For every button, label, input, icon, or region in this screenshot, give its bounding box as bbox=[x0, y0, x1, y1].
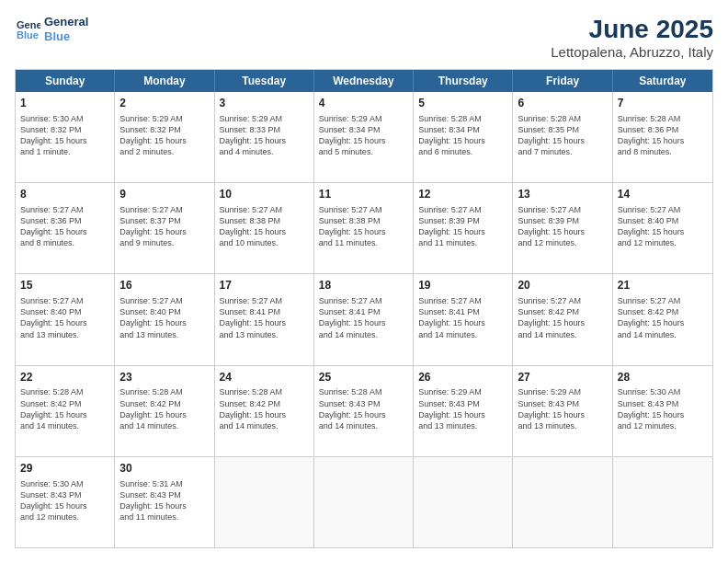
calendar-row-0: 1Sunrise: 5:30 AM Sunset: 8:32 PM Daylig… bbox=[16, 92, 712, 183]
calendar-cell: 7Sunrise: 5:28 AM Sunset: 8:36 PM Daylig… bbox=[613, 92, 712, 182]
day-number: 29 bbox=[20, 461, 109, 477]
day-number: 2 bbox=[119, 96, 209, 111]
day-details: Sunrise: 5:28 AM Sunset: 8:36 PM Dayligh… bbox=[618, 113, 708, 158]
day-number: 9 bbox=[119, 187, 209, 202]
calendar-cell: 2Sunrise: 5:29 AM Sunset: 8:32 PM Daylig… bbox=[115, 92, 214, 182]
day-number: 22 bbox=[20, 370, 109, 385]
day-details: Sunrise: 5:27 AM Sunset: 8:40 PM Dayligh… bbox=[618, 204, 708, 249]
calendar-cell: 18Sunrise: 5:27 AM Sunset: 8:41 PM Dayli… bbox=[314, 274, 414, 364]
calendar-cell bbox=[215, 457, 314, 547]
day-number: 7 bbox=[618, 96, 708, 111]
calendar-cell bbox=[414, 457, 513, 547]
day-details: Sunrise: 5:28 AM Sunset: 8:42 PM Dayligh… bbox=[220, 386, 309, 431]
calendar-cell: 5Sunrise: 5:28 AM Sunset: 8:34 PM Daylig… bbox=[414, 92, 513, 182]
day-number: 4 bbox=[319, 96, 408, 111]
calendar-cell: 29Sunrise: 5:30 AM Sunset: 8:43 PM Dayli… bbox=[16, 457, 115, 547]
day-details: Sunrise: 5:27 AM Sunset: 8:40 PM Dayligh… bbox=[119, 295, 209, 340]
day-details: Sunrise: 5:27 AM Sunset: 8:36 PM Dayligh… bbox=[20, 204, 109, 249]
day-details: Sunrise: 5:29 AM Sunset: 8:43 PM Dayligh… bbox=[518, 386, 607, 431]
day-details: Sunrise: 5:30 AM Sunset: 8:43 PM Dayligh… bbox=[20, 478, 109, 523]
day-number: 16 bbox=[119, 278, 209, 293]
calendar-cell: 10Sunrise: 5:27 AM Sunset: 8:38 PM Dayli… bbox=[215, 183, 314, 273]
day-details: Sunrise: 5:28 AM Sunset: 8:42 PM Dayligh… bbox=[119, 386, 209, 431]
calendar-cell: 4Sunrise: 5:29 AM Sunset: 8:34 PM Daylig… bbox=[314, 92, 414, 182]
day-details: Sunrise: 5:27 AM Sunset: 8:42 PM Dayligh… bbox=[518, 295, 607, 340]
calendar-cell: 13Sunrise: 5:27 AM Sunset: 8:39 PM Dayli… bbox=[513, 183, 612, 273]
page: General Blue General Blue June 2025 Lett… bbox=[0, 0, 728, 563]
day-number: 3 bbox=[220, 96, 309, 111]
day-details: Sunrise: 5:28 AM Sunset: 8:35 PM Dayligh… bbox=[518, 113, 607, 158]
day-number: 23 bbox=[119, 370, 209, 385]
calendar-cell: 9Sunrise: 5:27 AM Sunset: 8:37 PM Daylig… bbox=[115, 183, 214, 273]
day-details: Sunrise: 5:27 AM Sunset: 8:39 PM Dayligh… bbox=[518, 204, 607, 249]
day-details: Sunrise: 5:27 AM Sunset: 8:38 PM Dayligh… bbox=[220, 204, 309, 249]
day-number: 8 bbox=[20, 187, 109, 202]
day-details: Sunrise: 5:27 AM Sunset: 8:39 PM Dayligh… bbox=[418, 204, 507, 249]
title-block: June 2025 Lettopalena, Abruzzo, Italy bbox=[551, 15, 713, 60]
day-number: 17 bbox=[220, 278, 309, 293]
day-number: 30 bbox=[119, 461, 209, 477]
logo-blue: Blue bbox=[44, 29, 88, 44]
calendar-cell: 30Sunrise: 5:31 AM Sunset: 8:43 PM Dayli… bbox=[115, 457, 214, 547]
calendar-cell: 12Sunrise: 5:27 AM Sunset: 8:39 PM Dayli… bbox=[414, 183, 513, 273]
calendar-row-2: 15Sunrise: 5:27 AM Sunset: 8:40 PM Dayli… bbox=[16, 274, 712, 365]
day-details: Sunrise: 5:27 AM Sunset: 8:42 PM Dayligh… bbox=[618, 295, 708, 340]
calendar-cell: 15Sunrise: 5:27 AM Sunset: 8:40 PM Dayli… bbox=[16, 274, 115, 364]
header-thursday: Thursday bbox=[414, 70, 513, 92]
calendar-cell: 8Sunrise: 5:27 AM Sunset: 8:36 PM Daylig… bbox=[16, 183, 115, 273]
calendar-cell: 16Sunrise: 5:27 AM Sunset: 8:40 PM Dayli… bbox=[115, 274, 214, 364]
logo-general: General bbox=[44, 15, 88, 29]
calendar-cell bbox=[314, 457, 414, 547]
day-number: 12 bbox=[418, 187, 507, 202]
calendar-cell: 21Sunrise: 5:27 AM Sunset: 8:42 PM Dayli… bbox=[613, 274, 712, 364]
day-number: 11 bbox=[319, 187, 408, 202]
header-wednesday: Wednesday bbox=[314, 70, 414, 92]
calendar-cell: 19Sunrise: 5:27 AM Sunset: 8:41 PM Dayli… bbox=[414, 274, 513, 364]
day-details: Sunrise: 5:29 AM Sunset: 8:34 PM Dayligh… bbox=[319, 113, 408, 158]
day-details: Sunrise: 5:30 AM Sunset: 8:43 PM Dayligh… bbox=[618, 386, 708, 431]
day-number: 5 bbox=[418, 96, 507, 111]
calendar-cell: 17Sunrise: 5:27 AM Sunset: 8:41 PM Dayli… bbox=[215, 274, 314, 364]
calendar-cell: 14Sunrise: 5:27 AM Sunset: 8:40 PM Dayli… bbox=[613, 183, 712, 273]
calendar-cell: 25Sunrise: 5:28 AM Sunset: 8:43 PM Dayli… bbox=[314, 366, 414, 456]
day-details: Sunrise: 5:29 AM Sunset: 8:43 PM Dayligh… bbox=[418, 386, 507, 431]
day-details: Sunrise: 5:27 AM Sunset: 8:37 PM Dayligh… bbox=[119, 204, 209, 249]
header-sunday: Sunday bbox=[16, 70, 115, 92]
calendar-row-4: 29Sunrise: 5:30 AM Sunset: 8:43 PM Dayli… bbox=[16, 457, 712, 547]
calendar-row-1: 8Sunrise: 5:27 AM Sunset: 8:36 PM Daylig… bbox=[16, 183, 712, 274]
day-details: Sunrise: 5:29 AM Sunset: 8:32 PM Dayligh… bbox=[119, 113, 209, 158]
calendar-subtitle: Lettopalena, Abruzzo, Italy bbox=[551, 44, 713, 60]
calendar-cell: 11Sunrise: 5:27 AM Sunset: 8:38 PM Dayli… bbox=[314, 183, 414, 273]
day-number: 24 bbox=[220, 370, 309, 385]
header-tuesday: Tuesday bbox=[215, 70, 314, 92]
header-friday: Friday bbox=[513, 70, 612, 92]
calendar-header: Sunday Monday Tuesday Wednesday Thursday… bbox=[16, 70, 712, 92]
calendar-cell: 26Sunrise: 5:29 AM Sunset: 8:43 PM Dayli… bbox=[414, 366, 513, 456]
calendar-cell: 22Sunrise: 5:28 AM Sunset: 8:42 PM Dayli… bbox=[16, 366, 115, 456]
day-details: Sunrise: 5:30 AM Sunset: 8:32 PM Dayligh… bbox=[20, 113, 109, 158]
calendar-row-3: 22Sunrise: 5:28 AM Sunset: 8:42 PM Dayli… bbox=[16, 366, 712, 457]
day-number: 19 bbox=[418, 278, 507, 293]
calendar-cell: 24Sunrise: 5:28 AM Sunset: 8:42 PM Dayli… bbox=[215, 366, 314, 456]
day-details: Sunrise: 5:29 AM Sunset: 8:33 PM Dayligh… bbox=[220, 113, 309, 158]
day-number: 25 bbox=[319, 370, 408, 385]
day-details: Sunrise: 5:27 AM Sunset: 8:41 PM Dayligh… bbox=[418, 295, 507, 340]
calendar: Sunday Monday Tuesday Wednesday Thursday… bbox=[15, 69, 713, 548]
day-number: 20 bbox=[518, 278, 607, 293]
day-number: 21 bbox=[618, 278, 708, 293]
day-number: 1 bbox=[20, 96, 109, 111]
calendar-title: June 2025 bbox=[551, 15, 713, 44]
logo: General Blue General Blue bbox=[15, 15, 88, 43]
day-details: Sunrise: 5:27 AM Sunset: 8:38 PM Dayligh… bbox=[319, 204, 408, 249]
day-number: 10 bbox=[220, 187, 309, 202]
calendar-cell: 6Sunrise: 5:28 AM Sunset: 8:35 PM Daylig… bbox=[513, 92, 612, 182]
day-number: 6 bbox=[518, 96, 607, 111]
day-number: 27 bbox=[518, 370, 607, 385]
day-details: Sunrise: 5:27 AM Sunset: 8:41 PM Dayligh… bbox=[319, 295, 408, 340]
calendar-cell: 1Sunrise: 5:30 AM Sunset: 8:32 PM Daylig… bbox=[16, 92, 115, 182]
day-number: 28 bbox=[618, 370, 708, 385]
calendar-cell bbox=[513, 457, 612, 547]
day-details: Sunrise: 5:28 AM Sunset: 8:43 PM Dayligh… bbox=[319, 386, 408, 431]
day-number: 26 bbox=[418, 370, 507, 385]
calendar-cell: 20Sunrise: 5:27 AM Sunset: 8:42 PM Dayli… bbox=[513, 274, 612, 364]
